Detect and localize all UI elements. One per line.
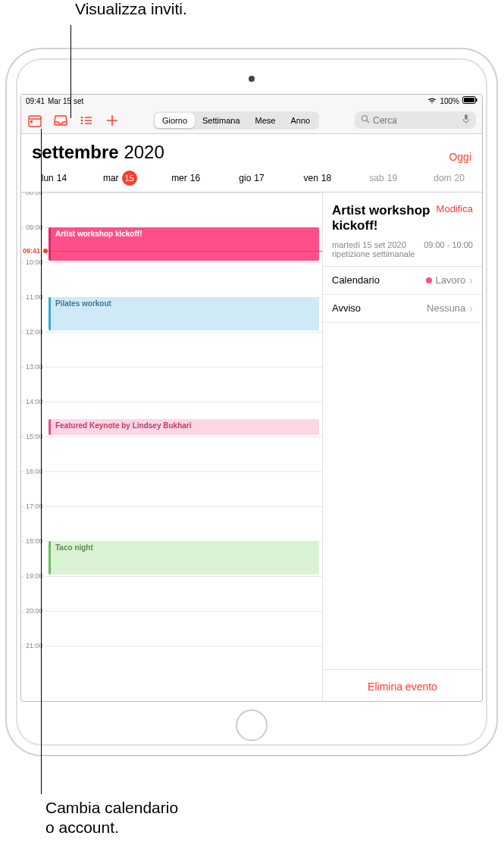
weekday-fri[interactable]: ven18 (284, 171, 350, 186)
event-block[interactable]: Pilates workout (49, 297, 319, 330)
weekday-wed[interactable]: mer16 (153, 171, 219, 186)
year-label: 2020 (124, 142, 164, 162)
event-block[interactable]: Taco night (49, 541, 319, 574)
event-block[interactable]: Featured Keynote by Lindsey Bukhari (49, 419, 319, 435)
weekday-sun[interactable]: dom20 (416, 171, 482, 186)
battery-percent: 100% (440, 97, 459, 105)
ipad-device-frame: 09:41 Mar 15 set 100% Giorno Settimana M… (5, 48, 498, 756)
inbox-icon[interactable] (53, 113, 68, 128)
segment-month[interactable]: Mese (248, 113, 283, 128)
weekday-tue[interactable]: mar15 (87, 171, 153, 186)
hour-row: 12:00 (21, 332, 322, 367)
hour-row: 10:00 (21, 262, 322, 297)
segment-year[interactable]: Anno (283, 113, 318, 128)
weekday-thu[interactable]: gio17 (219, 171, 285, 186)
calendars-button[interactable] (27, 113, 42, 128)
detail-calendar-row[interactable]: Calendario Lavoro› (323, 267, 482, 295)
now-indicator-line (45, 251, 322, 252)
wifi-icon (427, 97, 437, 105)
status-date: Mar 15 set (48, 97, 83, 105)
weekday-mon[interactable]: lun14 (21, 171, 87, 186)
delete-event-button[interactable]: Elimina evento (323, 669, 482, 702)
month-name: settembre (32, 142, 119, 162)
svg-rect-5 (30, 120, 33, 123)
search-input[interactable] (373, 115, 434, 126)
toolbar: Giorno Settimana Mese Anno (21, 107, 482, 134)
detail-time-range: 09:00 - 10:00 (424, 240, 473, 258)
now-time-label: 09:41 (23, 247, 40, 255)
search-icon (361, 114, 370, 126)
view-segmented-control: Giorno Settimana Mese Anno (153, 111, 319, 130)
status-time: 09:41 (26, 97, 45, 105)
callout-line-bottom (41, 129, 42, 794)
search-field[interactable] (355, 111, 476, 129)
detail-repeat: ripetizione settimanale (332, 249, 415, 258)
hour-row: 15:00 (21, 437, 322, 471)
hour-row: 21:00 (21, 646, 322, 681)
detail-title: Artist workshop kickoff! (332, 203, 430, 234)
svg-line-15 (367, 120, 369, 123)
svg-point-8 (81, 122, 83, 124)
detail-alert-row[interactable]: Avviso Nessuna› (323, 295, 482, 323)
event-block[interactable]: Artist workshop kickoff! (49, 227, 319, 261)
chevron-right-icon: › (469, 302, 473, 315)
battery-icon (462, 96, 477, 105)
detail-calendar-label: Calendario (332, 274, 380, 286)
chevron-right-icon: › (469, 274, 473, 286)
svg-point-14 (362, 116, 368, 121)
mic-icon[interactable] (462, 114, 470, 127)
hour-row: 17:00 (21, 506, 322, 541)
detail-calendar-value: Lavoro (436, 274, 466, 286)
callout-accounts-2: o account. (45, 818, 119, 837)
svg-point-6 (81, 116, 83, 118)
svg-rect-16 (465, 114, 468, 120)
week-day-switcher: lun14 mar15 mer16 gio17 ven18 sab19 dom2… (21, 166, 482, 192)
calendar-color-dot (426, 277, 432, 283)
add-event-icon[interactable] (105, 113, 120, 128)
screen: 09:41 Mar 15 set 100% Giorno Settimana M… (20, 94, 483, 702)
status-bar: 09:41 Mar 15 set 100% (21, 95, 482, 107)
callout-invites: Visualizza inviti. (75, 0, 187, 18)
hour-row: 16:00 (21, 471, 322, 506)
detail-alert-label: Avviso (332, 302, 361, 314)
edit-button[interactable]: Modifica (437, 203, 473, 214)
day-time-grid[interactable]: 08:0009:0010:0011:0012:0013:0014:0015:00… (21, 192, 323, 702)
home-button[interactable] (236, 709, 268, 741)
detail-date: martedì 15 set 2020 (332, 240, 415, 249)
hour-row: 13:00 (21, 367, 322, 402)
list-icon[interactable] (79, 113, 94, 128)
today-button[interactable]: Oggi (449, 151, 471, 163)
svg-rect-1 (464, 98, 474, 102)
svg-point-7 (81, 119, 83, 121)
segment-day[interactable]: Giorno (155, 113, 195, 128)
callout-line-top (70, 25, 71, 118)
hour-row: 19:00 (21, 576, 322, 611)
camera-dot (249, 76, 255, 82)
month-header: settembre 2020 Oggi (21, 134, 482, 166)
svg-rect-2 (476, 99, 477, 102)
hour-row: 20:00 (21, 611, 322, 646)
segment-week[interactable]: Settimana (195, 113, 248, 128)
hour-row: 08:00 (21, 192, 322, 227)
detail-alert-value: Nessuna (427, 302, 465, 314)
weekday-sat[interactable]: sab19 (350, 171, 416, 186)
event-detail-panel: Artist workshop kickoff! Modifica marted… (323, 192, 482, 702)
callout-accounts-1: Cambia calendario (45, 799, 178, 817)
